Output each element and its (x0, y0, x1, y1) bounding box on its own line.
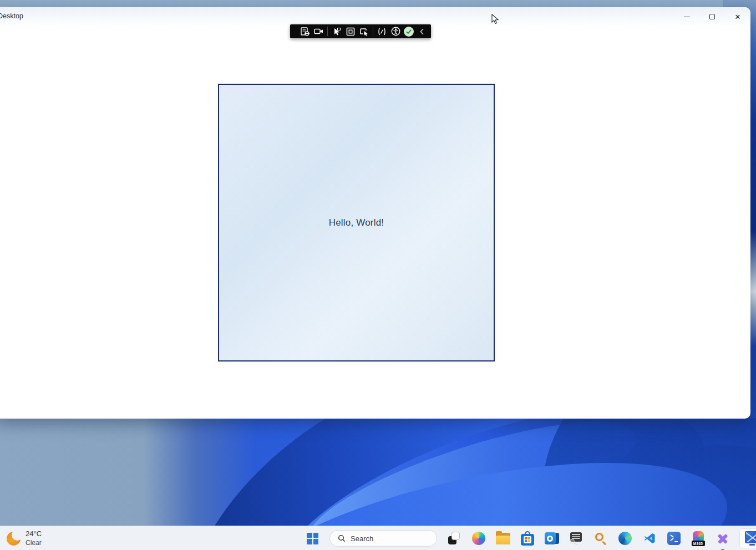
events-button[interactable] (376, 26, 388, 37)
window-controls: ✕ (674, 7, 750, 26)
powershell-icon (667, 532, 681, 545)
edge-icon (618, 532, 632, 545)
windows-logo-icon (307, 533, 318, 544)
remote-desktop-button[interactable] (739, 528, 756, 548)
maximize-button[interactable] (699, 7, 725, 26)
app-window: Desktop ✕ (0, 7, 750, 419)
inspect-tool-button[interactable] (569, 530, 584, 547)
hello-world-text: Hello, World! (329, 217, 384, 228)
floating-toolbar[interactable] (290, 24, 431, 38)
taskbar: 24°C Clear Search (0, 526, 756, 550)
microsoft-store-button[interactable] (520, 530, 535, 547)
highlight-rectangle-button[interactable] (344, 26, 356, 37)
m365-copilot-button[interactable]: M365 (691, 530, 706, 547)
m365-copilot-icon: M365 (691, 531, 706, 546)
toolbar-separator (327, 27, 328, 36)
record-video-button[interactable] (313, 26, 324, 37)
orange-magnifier-icon (594, 532, 607, 545)
powershell-button[interactable] (666, 530, 681, 547)
cursor-icon (332, 27, 342, 37)
vs-code-button[interactable] (642, 530, 657, 547)
minimize-icon (684, 17, 690, 17)
task-view-button[interactable] (447, 530, 461, 547)
start-button[interactable] (305, 530, 320, 547)
outlook-icon (545, 532, 559, 545)
mouse-cursor (491, 14, 499, 25)
search-icon (338, 534, 346, 542)
accessibility-person-icon (390, 26, 401, 37)
maximize-icon (709, 14, 715, 19)
close-icon: ✕ (735, 13, 741, 21)
tab-stops-button[interactable] (358, 26, 370, 37)
window-titlebar[interactable]: Desktop ✕ (0, 7, 750, 26)
copilot-button[interactable] (471, 530, 486, 547)
inspect-tool-icon (569, 532, 583, 545)
checkmark-icon (405, 28, 412, 35)
drag-grip-icon[interactable] (292, 27, 297, 36)
weather-temperature: 24°C (26, 529, 42, 538)
minimize-button[interactable] (674, 7, 699, 26)
chevron-left-icon (419, 28, 425, 35)
close-button[interactable]: ✕ (725, 7, 750, 26)
record-video-icon (313, 26, 324, 37)
store-bag-icon (521, 531, 534, 546)
live-inspect-button[interactable] (331, 26, 342, 37)
accessibility-button[interactable] (390, 26, 402, 37)
m365-badge: M365 (692, 541, 705, 546)
visual-studio-button[interactable] (715, 530, 730, 547)
rectangle-cursor-icon (359, 27, 369, 37)
folder-icon (496, 533, 510, 544)
element-details-icon (300, 27, 310, 37)
search-box[interactable]: Search (329, 530, 437, 547)
remote-desktop-icon (745, 531, 756, 543)
taskbar-icons: Search (305, 526, 756, 550)
weather-widget[interactable]: 24°C Clear (7, 528, 42, 549)
collapse-toolbar-button[interactable] (416, 26, 428, 37)
wallpaper-bloom (0, 418, 756, 526)
toolbar-separator (373, 27, 373, 36)
window-title: Desktop (0, 12, 23, 20)
checks-passed-button[interactable] (404, 27, 414, 37)
outlook-button[interactable] (544, 530, 559, 547)
copilot-icon (472, 532, 485, 545)
square-in-square-icon (346, 27, 356, 37)
vs-code-icon (643, 532, 656, 545)
file-explorer-button[interactable] (495, 530, 510, 547)
visual-studio-icon (716, 531, 730, 546)
edge-button[interactable] (617, 530, 632, 547)
events-icon (377, 27, 387, 37)
hello-world-panel: Hello, World! (218, 84, 495, 361)
element-details-button[interactable] (299, 26, 311, 37)
search-tool-button[interactable] (593, 530, 608, 547)
crescent-moon-icon (7, 532, 21, 546)
weather-condition: Clear (26, 539, 42, 547)
search-placeholder: Search (351, 534, 373, 543)
